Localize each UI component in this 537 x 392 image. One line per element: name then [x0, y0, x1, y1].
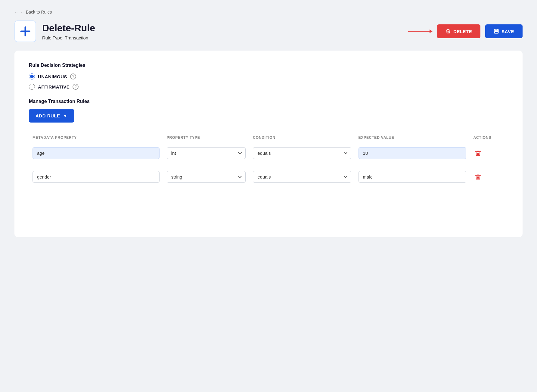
actions-cell: [470, 168, 508, 186]
radio-affirmative[interactable]: AFFIRMATIVE ?: [29, 84, 508, 90]
rule-type: Rule Type: Transaction: [42, 35, 408, 40]
delete-row-icon: [475, 150, 481, 157]
radio-unanimous-input[interactable]: [29, 73, 35, 79]
actions-cell: [470, 144, 508, 162]
radio-affirmative-input[interactable]: [29, 84, 35, 90]
col-header-metadata: METADATA PROPERTY: [29, 131, 163, 144]
metadata-property-input[interactable]: [33, 147, 160, 159]
metadata-cell: [29, 144, 163, 162]
delete-icon: [445, 29, 451, 34]
back-to-rules-link[interactable]: ← ← Back to Rules: [14, 10, 52, 14]
back-link-label: ← Back to Rules: [20, 10, 52, 14]
rule-icon-box: [14, 20, 36, 42]
condition-select[interactable]: equals not equals greater than less than: [253, 171, 351, 183]
property-type-cell: int string boolean float: [163, 144, 250, 162]
delete-button-label: DELETE: [453, 29, 472, 34]
decision-strategies-title: Rule Decision Strategies: [29, 63, 508, 68]
unanimous-help-icon[interactable]: ?: [70, 73, 76, 79]
main-card: Rule Decision Strategies UNANIMOUS ? AFF…: [14, 51, 523, 237]
manage-rules-title: Manage Transaction Rules: [29, 99, 508, 104]
delete-row-button[interactable]: [473, 149, 483, 158]
col-header-property-type: PROPERTY TYPE: [163, 131, 250, 144]
header-actions: DELETE SAVE: [408, 24, 523, 38]
add-rule-chevron-icon: ▼: [63, 114, 67, 118]
metadata-cell: [29, 168, 163, 186]
svg-rect-5: [495, 29, 498, 31]
add-rule-button[interactable]: ADD RULE ▼: [29, 109, 74, 123]
property-type-select[interactable]: int string boolean float: [167, 171, 246, 183]
svg-rect-6: [495, 32, 498, 33]
decision-strategies-group: UNANIMOUS ? AFFIRMATIVE ?: [29, 73, 508, 90]
table-row: int string boolean float equals not equa…: [29, 168, 508, 186]
radio-unanimous-label: UNANIMOUS: [38, 74, 67, 79]
radio-unanimous[interactable]: UNANIMOUS ?: [29, 73, 508, 79]
delete-row-button[interactable]: [473, 173, 483, 182]
arrow-indicator: [408, 31, 432, 32]
col-header-actions: ACTIONS: [470, 131, 508, 144]
property-type-select[interactable]: int string boolean float: [167, 147, 246, 159]
delete-button[interactable]: DELETE: [437, 24, 480, 38]
save-button-label: SAVE: [501, 29, 514, 34]
condition-select[interactable]: equals not equals greater than less than: [253, 147, 351, 159]
arrow-line: [408, 31, 432, 32]
table-row: int string boolean float equals not equa…: [29, 144, 508, 162]
expected-value-cell: [355, 168, 470, 186]
add-rule-label: ADD RULE: [36, 113, 60, 118]
col-header-expected-value: EXPECTED VALUE: [355, 131, 470, 144]
radio-affirmative-label: AFFIRMATIVE: [38, 84, 70, 89]
page-header: Delete-Rule Rule Type: Transaction DELET…: [14, 20, 523, 42]
rule-name: Delete-Rule: [42, 22, 408, 34]
back-arrow-icon: ←: [14, 10, 19, 14]
condition-cell: equals not equals greater than less than: [249, 144, 355, 162]
row-spacer: [29, 162, 508, 168]
condition-cell: equals not equals greater than less than: [249, 168, 355, 186]
metadata-property-input[interactable]: [33, 171, 160, 183]
save-button[interactable]: SAVE: [485, 24, 523, 38]
expected-value-cell: [355, 144, 470, 162]
delete-row-icon: [475, 174, 481, 180]
expected-value-input[interactable]: [359, 147, 466, 159]
col-header-condition: CONDITION: [249, 131, 355, 144]
rules-table: METADATA PROPERTY PROPERTY TYPE CONDITIO…: [29, 131, 508, 186]
save-icon: [494, 29, 499, 34]
rule-title-area: Delete-Rule Rule Type: Transaction: [42, 22, 408, 40]
property-type-cell: int string boolean float: [163, 168, 250, 186]
expected-value-input[interactable]: [359, 171, 466, 183]
affirmative-help-icon[interactable]: ?: [73, 84, 79, 90]
